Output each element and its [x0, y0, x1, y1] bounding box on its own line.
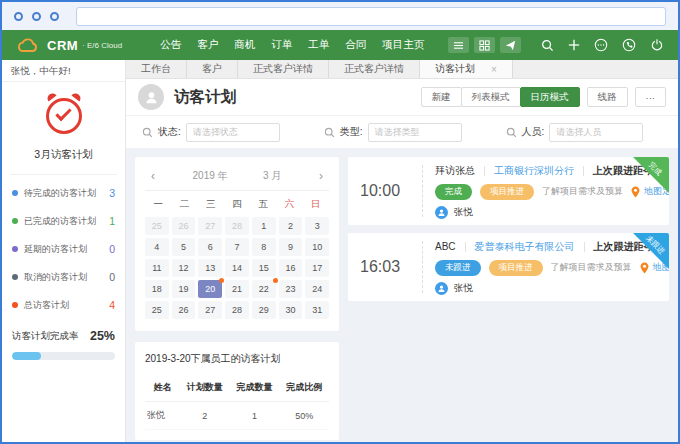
calendar-day[interactable]: 24 [305, 280, 329, 298]
nav-menu-item[interactable]: 商机 [234, 38, 255, 52]
calendar-day[interactable]: 3 [305, 217, 329, 235]
plus-icon[interactable] [568, 39, 580, 51]
calendar-day[interactable]: 9 [279, 238, 303, 256]
calendar-day[interactable]: 4 [145, 238, 169, 256]
greeting-text: 张悦，中午好! [2, 60, 125, 82]
power-icon[interactable] [650, 38, 664, 52]
calendar-day[interactable]: 27 [198, 217, 222, 235]
filter-input[interactable] [549, 123, 643, 142]
calendar-day[interactable]: 21 [225, 280, 249, 298]
calendar-day[interactable]: 25 [145, 217, 169, 235]
calendar-day[interactable]: 16 [279, 259, 303, 277]
nav-menu-item[interactable]: 项目主页 [382, 38, 424, 52]
calendar-header: ‹ 2019 年 3 月 › [145, 165, 329, 191]
calendar-day[interactable]: 12 [172, 259, 196, 277]
calendar-day[interactable]: 19 [172, 280, 196, 298]
calendar-day[interactable]: 27 [198, 301, 222, 319]
calendar-day[interactable]: 5 [172, 238, 196, 256]
type-pill: 项目推进 [480, 184, 534, 200]
calendar-day[interactable]: 25 [145, 301, 169, 319]
company-link[interactable]: 爱普泰科电子有限公司 [475, 240, 575, 254]
calendar-day[interactable]: 10 [305, 238, 329, 256]
calendar-day[interactable]: 20 [198, 280, 222, 298]
stats-list: 待完成的访客计划 3 已完成的访客计划 1 延期的访客计划 0 [2, 175, 125, 323]
alarm-clock-wrap [2, 82, 125, 138]
weekday-row: 一二三四五六日 [145, 198, 329, 211]
address-bar[interactable] [76, 7, 666, 26]
tab[interactable]: 工作台 × [126, 60, 187, 78]
phone-icon[interactable] [622, 38, 636, 52]
calendar-year: 2019 年 [193, 169, 228, 183]
calendar-day[interactable]: 17 [305, 259, 329, 277]
calendar-day[interactable]: 7 [225, 238, 249, 256]
calendar-next-button[interactable]: › [317, 169, 325, 183]
calendar-day[interactable]: 13 [198, 259, 222, 277]
route-button[interactable]: 线路 [587, 87, 628, 107]
more-button[interactable]: ··· [635, 87, 667, 107]
grid-icon[interactable] [474, 37, 495, 53]
calendar-day[interactable]: 1 [252, 217, 276, 235]
calendar-day[interactable]: 2 [279, 217, 303, 235]
stat-label: 已完成的访客计划 [24, 215, 109, 228]
owner-avatar [435, 206, 448, 219]
calendar-day[interactable]: 28 [225, 217, 249, 235]
calendar-day[interactable]: 31 [305, 301, 329, 319]
calendar-day[interactable]: 26 [172, 217, 196, 235]
nav-menu-item[interactable]: 合同 [345, 38, 366, 52]
table-cell-name: 张悦 [145, 402, 180, 429]
weekday-label: 三 [198, 198, 224, 211]
calendar-day[interactable]: 11 [145, 259, 169, 277]
calendar-day[interactable]: 22 [252, 280, 276, 298]
calendar-day[interactable]: 8 [252, 238, 276, 256]
menu-icon[interactable] [448, 37, 469, 53]
calendar-day[interactable]: 14 [225, 259, 249, 277]
visit-time: 16:03 [360, 258, 418, 276]
calendar-day[interactable]: 15 [252, 259, 276, 277]
filter-label: 状态: [158, 125, 181, 139]
message-icon[interactable] [594, 38, 608, 52]
tab[interactable]: 访客计划 × [420, 60, 513, 78]
completion-rate-label: 访客计划完成率 [12, 330, 90, 343]
company-link[interactable]: 工商银行深圳分行 [494, 164, 574, 178]
weekday-label: 六 [276, 198, 302, 211]
visit-title: 拜访张总 [435, 164, 475, 178]
calendar-day[interactable]: 26 [172, 301, 196, 319]
visit-card[interactable]: 16:03 ABC 爱普泰科电子有限公司 上次跟进距今 - 712天 [348, 233, 669, 301]
calendar-day[interactable]: 28 [225, 301, 249, 319]
table-row: 张悦 2 1 50% [145, 402, 329, 430]
filter-item: 状态: [142, 123, 280, 142]
calendar-day[interactable]: 18 [145, 280, 169, 298]
calendar-day[interactable]: 30 [279, 301, 303, 319]
list-mode-button[interactable]: 列表模式 [461, 87, 521, 107]
table-cell-ratio: 50% [279, 404, 329, 428]
new-button[interactable]: 新建 [421, 87, 462, 107]
weekday-label: 一 [145, 198, 171, 211]
send-icon[interactable] [500, 37, 521, 53]
window-control-dot[interactable] [32, 12, 41, 21]
nav-menu-item[interactable]: 客户 [197, 38, 218, 52]
search-icon [142, 127, 153, 138]
nav-menu-item[interactable]: 工单 [308, 38, 329, 52]
nav-menu-item[interactable]: 订单 [271, 38, 292, 52]
owner-name: 张悦 [454, 206, 473, 219]
close-tab-icon[interactable]: × [491, 64, 497, 75]
sidebar: 张悦，中午好! 3月访客计划 待完成的访客计划 3 [2, 60, 126, 442]
brand-name: CRM [47, 38, 78, 53]
filter-input[interactable] [186, 123, 280, 142]
window-control-dot[interactable] [14, 12, 23, 21]
calendar-day[interactable]: 23 [279, 280, 303, 298]
calendar-prev-button[interactable]: ‹ [149, 169, 157, 183]
tab[interactable]: 正式客户详情 × [238, 60, 329, 78]
visit-card[interactable]: 10:00 拜访张总 工商银行深圳分行 上次跟进距今 - 100天 [348, 157, 669, 225]
search-icon[interactable] [541, 39, 554, 52]
nav-menu-item[interactable]: 公告 [160, 38, 181, 52]
calendar-day[interactable]: 6 [198, 238, 222, 256]
stat-value: 1 [109, 215, 115, 227]
completion-rate-value: 25% [90, 329, 115, 343]
tab[interactable]: 客户 × [187, 60, 238, 78]
tab[interactable]: 正式客户详情 × [329, 60, 420, 78]
window-control-dot[interactable] [50, 12, 59, 21]
calendar-day[interactable]: 29 [252, 301, 276, 319]
calendar-mode-button[interactable]: 日历模式 [520, 87, 580, 107]
filter-input[interactable] [368, 123, 462, 142]
